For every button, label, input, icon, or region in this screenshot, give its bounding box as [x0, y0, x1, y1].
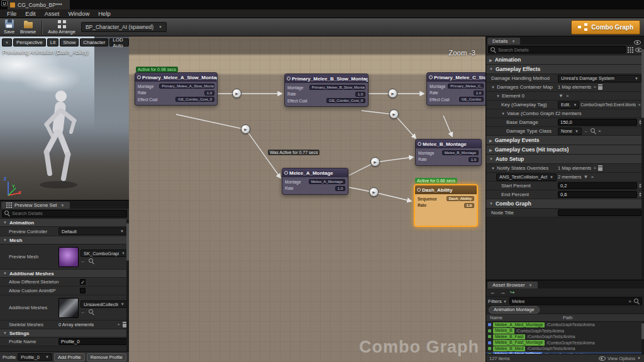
preview-viewport[interactable]: ▼ Perspective Lit Show Character LOD Aut…	[0, 36, 129, 200]
section-additional-meshes[interactable]: ▼Additional Meshes	[0, 270, 129, 278]
viewport-options-button[interactable]: ▼	[2, 38, 12, 47]
node-field-value[interactable]: GE_Combo_Cost_0	[175, 97, 214, 102]
save-button[interactable]: Save	[4, 19, 14, 35]
node-field-value[interactable]: Primary_Melee_B_Slow_Montage	[309, 85, 365, 90]
node-field-value[interactable]: Dash_Ability	[447, 196, 474, 201]
lod-auto-button[interactable]: LOD Auto	[109, 38, 129, 47]
graph-node-dash-ability-selected[interactable]: Dash_Ability SequenceDash_Ability Rate1.…	[414, 184, 478, 227]
details-search-box[interactable]	[488, 46, 626, 53]
node-field-value[interactable]: Melee_B_Montage	[442, 150, 479, 155]
preview-actor-dropdown[interactable]: BP_Character_AI (spawned) ▼	[81, 22, 167, 32]
menu-edit[interactable]: Edit	[21, 10, 40, 17]
forward-icon[interactable]: →	[500, 289, 506, 295]
remove-element-icon[interactable]: ×	[565, 93, 570, 99]
allow-different-skeleton-checkbox[interactable]: ✓	[80, 279, 86, 285]
add-element-icon[interactable]: +	[116, 322, 121, 327]
node-field-value[interactable]: GE_Combo_Cost_0	[326, 98, 365, 103]
preview-controller-dropdown[interactable]: Default▼	[58, 228, 127, 235]
preview-search-input[interactable]	[12, 211, 125, 216]
section-mesh[interactable]: ▼Mesh	[0, 236, 129, 244]
start-percent-input[interactable]: 0,2	[558, 182, 637, 189]
view-options-button[interactable]: View Options ▼	[599, 356, 641, 361]
add-element-icon[interactable]: +	[592, 84, 597, 90]
section-settings[interactable]: ▼Settings	[0, 329, 129, 337]
graph-node-primary-melee-b[interactable]: Primary_Melee_B_Slow_Montage MontagePrim…	[284, 74, 369, 107]
node-title-input[interactable]	[558, 209, 641, 216]
menu-help[interactable]: Help	[94, 10, 115, 17]
expand-arrow-icon[interactable]: ▼	[491, 85, 495, 89]
perspective-button[interactable]: Perspective	[13, 38, 46, 47]
asset-row[interactable]: Melee_B_Med /ComboGraphTests/Anima	[486, 346, 644, 352]
transition-node[interactable]	[369, 187, 379, 197]
tab-preview-scene-set[interactable]: Preview Scene Set ▼	[1, 202, 70, 209]
node-field-value[interactable]: 1.0	[355, 92, 365, 97]
node-field-value[interactable]: Primary_Melee_C_Slow_Mont	[448, 84, 484, 89]
transition-node[interactable]	[232, 89, 242, 98]
scrollbar[interactable]	[641, 322, 644, 354]
clear-map-icon[interactable]	[598, 165, 602, 171]
node-field-value[interactable]: 1.0	[464, 203, 474, 208]
asset-search-input[interactable]	[512, 299, 626, 304]
back-icon[interactable]: ←	[490, 289, 496, 295]
menu-file[interactable]: File	[3, 10, 21, 17]
go-to-folder-icon[interactable]: ↪	[510, 289, 515, 295]
browse-button[interactable]: Browse	[20, 20, 36, 35]
section-auto-setup[interactable]: ▼Auto Setup	[486, 155, 644, 164]
column-name[interactable]: Name	[486, 315, 563, 321]
clear-map-icon[interactable]	[598, 84, 602, 90]
combo-graph-button[interactable]: Combo Graph	[571, 20, 640, 35]
transition-node[interactable]	[241, 124, 250, 134]
visibility-icon[interactable]	[634, 40, 641, 45]
node-field-value[interactable]: 1.0	[474, 90, 484, 96]
additional-meshes-thumbnail[interactable]	[58, 298, 79, 318]
browse-to-asset-icon[interactable]	[89, 258, 94, 264]
preview-mesh-dropdown[interactable]: SK_ComboGraphTest_Mar▼	[80, 250, 127, 257]
transition-node[interactable]	[370, 157, 380, 167]
damage-type-dropdown[interactable]: None▼	[558, 128, 582, 135]
section-gameplay-events[interactable]: ▶Gameplay Events	[486, 136, 644, 145]
section-animation[interactable]: ▼Animation	[0, 219, 129, 227]
combo-graph-canvas[interactable]: Zoom -3 Active for 0.98 secs Was Active …	[129, 36, 486, 362]
clear-tag-icon[interactable]: ×	[637, 102, 641, 107]
node-field-value[interactable]: 1.0	[469, 157, 479, 162]
graph-node-melee-a[interactable]: Melee_A_Montage MontageMelee_A_Montage R…	[282, 168, 348, 195]
add-element-icon[interactable]: +	[592, 165, 597, 171]
expand-arrow-icon[interactable]: ▼	[496, 94, 500, 98]
asset-search-box[interactable]: ×	[509, 297, 642, 305]
allow-custom-animbp-checkbox[interactable]	[80, 288, 86, 293]
expand-arrow-icon[interactable]: ▼	[491, 167, 495, 170]
transition-node[interactable]	[389, 109, 399, 119]
auto-arrange-button[interactable]: Auto Arrange	[48, 19, 75, 35]
editor-tab[interactable]: CG_Combo_BP***	[8, 0, 70, 9]
filter-chip-animation-montage[interactable]: Animation Montage	[489, 306, 540, 314]
browse-to-asset-icon[interactable]	[591, 128, 596, 134]
browse-to-asset-icon[interactable]	[89, 309, 94, 315]
section-combo-graph[interactable]: ▼Combo Graph	[486, 199, 644, 209]
preview-mesh-thumbnail[interactable]	[58, 247, 79, 267]
lit-button[interactable]: Lit	[47, 38, 58, 47]
graph-node-melee-b[interactable]: Melee_B_Montage MontageMelee_B_Montage R…	[415, 139, 482, 166]
end-percent-input[interactable]: 0,6	[558, 191, 637, 198]
tab-asset-browser[interactable]: Asset Browser ▼	[487, 282, 538, 288]
graph-node-primary-melee-a[interactable]: Primary_Melee_A_Slow_Montage MontagePrim…	[135, 72, 218, 106]
tab-details[interactable]: Details ▼	[487, 38, 520, 45]
remove-element-icon[interactable]: ×	[590, 174, 594, 180]
menu-window[interactable]: Window	[64, 10, 94, 17]
element-options-icon[interactable]: ▼	[583, 174, 589, 180]
use-selected-icon[interactable]: ←	[583, 128, 589, 134]
additional-meshes-dropdown[interactable]: UnsavedCollection▼	[80, 300, 127, 308]
profile-name-input[interactable]: Profile_0	[58, 338, 127, 345]
asset-row[interactable]: Melee_A_Med_Montage /ComboGraphTests/Ani…	[486, 322, 644, 328]
add-profile-button[interactable]: Add Profile	[54, 353, 85, 361]
node-field-value[interactable]: GE_Combo	[459, 97, 484, 102]
remove-profile-button[interactable]: Remove Profile	[87, 353, 126, 361]
property-matrix-icon[interactable]	[628, 47, 633, 53]
section-animation[interactable]: ▶Animation	[486, 55, 644, 65]
character-button[interactable]: Character	[80, 38, 108, 47]
expand-arrow-icon[interactable]: ▼	[501, 112, 505, 116]
element-options-icon[interactable]: ▼	[558, 93, 564, 99]
scrollbar[interactable]	[641, 47, 644, 279]
node-field-value[interactable]: Primary_Melee_A_Slow_Montage	[159, 84, 214, 89]
menu-asset[interactable]: Asset	[40, 10, 64, 17]
clear-reference-icon[interactable]: ×	[597, 128, 602, 134]
